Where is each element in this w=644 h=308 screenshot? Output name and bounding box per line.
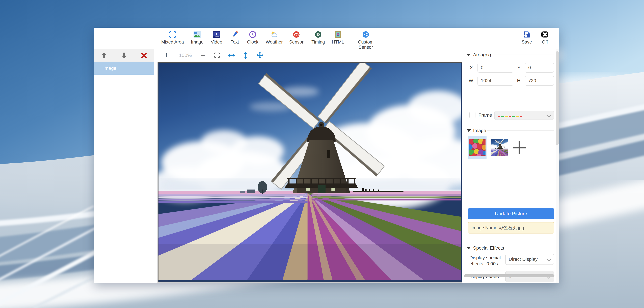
html-icon bbox=[325, 30, 350, 39]
layer-toolbar bbox=[94, 49, 154, 62]
toolbar-sensor[interactable]: Sensor bbox=[284, 30, 309, 45]
sidebar-item-image-layer[interactable]: Image bbox=[94, 62, 154, 75]
frame-style-preview bbox=[498, 113, 547, 118]
y-input[interactable] bbox=[525, 63, 554, 73]
toolbar-html[interactable]: HTML bbox=[325, 30, 350, 45]
vertical-scrollbar-thumb[interactable] bbox=[556, 51, 559, 145]
section-rule bbox=[494, 55, 554, 55]
zoom-level-value: 100% bbox=[176, 49, 194, 61]
frame-label: Frame bbox=[478, 113, 492, 118]
special-effects-section-header[interactable]: Special Effects bbox=[467, 245, 504, 251]
frame-checkbox[interactable] bbox=[470, 112, 476, 118]
section-rule bbox=[487, 130, 554, 131]
chevron-down-icon bbox=[546, 113, 551, 118]
add-image-button[interactable] bbox=[510, 137, 529, 158]
zoom-in-button[interactable]: + bbox=[161, 49, 172, 61]
display-effects-dropdown[interactable]: Direct Display bbox=[505, 254, 554, 265]
frame-style-dropdown[interactable] bbox=[494, 111, 554, 120]
fit-screen-icon bbox=[214, 52, 220, 58]
move-icon bbox=[256, 52, 264, 59]
update-picture-button[interactable]: Update Picture bbox=[468, 208, 554, 219]
toolbar-mixed-area[interactable]: Mixed Area bbox=[160, 30, 185, 45]
x-input[interactable] bbox=[478, 63, 513, 73]
delete-layer-button[interactable] bbox=[137, 50, 151, 60]
y-label: Y bbox=[518, 65, 520, 70]
thumbnail-colored-stones[interactable] bbox=[469, 139, 486, 156]
x-label: X bbox=[470, 65, 473, 70]
collapse-triangle-icon bbox=[467, 54, 471, 56]
layer-label: Image bbox=[103, 66, 116, 71]
display-effects-value: Direct Display bbox=[509, 257, 547, 262]
toolbar-weather[interactable]: Weather bbox=[262, 30, 287, 45]
app-window: Mixed Area Image Video Text Clock bbox=[94, 28, 559, 283]
collapse-triangle-icon bbox=[467, 247, 471, 249]
thumbnail-windmill[interactable] bbox=[490, 139, 508, 156]
custom-sensor-icon bbox=[352, 30, 380, 39]
horizontal-arrows-icon bbox=[228, 53, 235, 58]
canvas-zoom-toolbar: + 100% − bbox=[154, 49, 462, 62]
delete-x-icon bbox=[141, 52, 147, 58]
top-toolbar: Mixed Area Image Video Text Clock bbox=[94, 28, 559, 49]
sensor-icon bbox=[284, 30, 309, 39]
weather-icon bbox=[262, 30, 287, 39]
display-effects-label: Display special effects 0.00s bbox=[470, 255, 507, 267]
display-effects-time: 0.00s bbox=[486, 261, 498, 266]
move-layer-down-button[interactable] bbox=[118, 50, 131, 60]
section-rule bbox=[502, 248, 554, 248]
arrow-up-icon bbox=[101, 52, 107, 59]
stretch-horizontal-button[interactable] bbox=[226, 49, 237, 61]
properties-panel: Area(px) X Y W H Frame Image bbox=[462, 49, 559, 283]
h-input[interactable] bbox=[525, 76, 554, 86]
off-button[interactable]: Off bbox=[532, 30, 558, 45]
canvas-image-windmill[interactable] bbox=[158, 62, 463, 282]
stretch-vertical-button[interactable] bbox=[240, 49, 251, 61]
move-tool-button[interactable] bbox=[254, 49, 266, 61]
zoom-out-button[interactable]: − bbox=[198, 49, 208, 61]
h-label: H bbox=[517, 78, 520, 83]
image-section-header[interactable]: Image bbox=[467, 128, 486, 133]
editing-canvas[interactable] bbox=[154, 62, 462, 283]
w-input[interactable] bbox=[478, 76, 513, 86]
w-label: W bbox=[469, 78, 473, 83]
toolbar-custom-sensor[interactable]: Custom Sensor bbox=[352, 30, 380, 50]
vertical-arrows-icon bbox=[243, 52, 248, 59]
fit-screen-button[interactable] bbox=[212, 49, 222, 61]
area-section-header[interactable]: Area(px) bbox=[467, 52, 491, 58]
move-layer-up-button[interactable] bbox=[98, 50, 111, 60]
image-name-text: Image Name:彩色石头.jpg bbox=[472, 225, 524, 231]
image-name-bar: Image Name:彩色石头.jpg bbox=[468, 222, 554, 234]
off-icon bbox=[532, 30, 558, 39]
arrow-down-icon bbox=[121, 52, 127, 59]
chevron-down-icon bbox=[546, 257, 551, 262]
mixed-area-icon bbox=[160, 30, 185, 39]
horizontal-scrollbar[interactable] bbox=[464, 274, 554, 277]
collapse-triangle-icon bbox=[467, 129, 471, 132]
